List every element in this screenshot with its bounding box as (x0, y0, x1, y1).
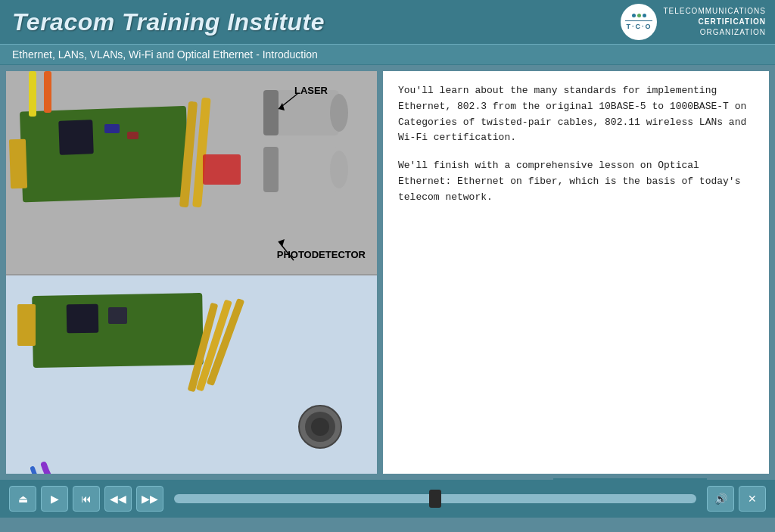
description-paragraph-2: We'll finish with a comprehensive lesson… (398, 158, 754, 205)
bottom-circuit-svg (6, 275, 377, 474)
svg-rect-6 (104, 124, 120, 133)
svg-rect-5 (58, 120, 94, 155)
svg-rect-2 (9, 139, 27, 189)
svg-rect-7 (127, 132, 139, 139)
svg-rect-11 (263, 90, 279, 135)
laser-label: LASER (294, 85, 328, 96)
org-line1: TELECOMMUNICATIONS (663, 6, 766, 17)
svg-rect-16 (203, 154, 241, 185)
prev-frame-button[interactable]: ◀◀ (104, 486, 132, 512)
svg-rect-23 (32, 293, 204, 368)
description-paragraph-1: You'll learn about the many standards fo… (398, 83, 754, 146)
logo-dots (632, 14, 646, 17)
image-arrows (6, 71, 377, 274)
svg-rect-3 (29, 71, 36, 117)
volume-button[interactable]: 🔊 (707, 486, 734, 512)
prev-chapter-button[interactable]: ⏮ (73, 486, 100, 512)
tco-name: T·C·O (626, 23, 652, 30)
prev-frame-icon: ◀◀ (110, 493, 126, 505)
dot-2 (637, 14, 641, 17)
svg-point-12 (330, 94, 348, 132)
photodetector-label: PHOTODETECTOR (277, 249, 366, 260)
svg-rect-14 (263, 147, 279, 192)
exit-button[interactable]: ⏏ (9, 486, 36, 512)
svg-point-32 (311, 418, 329, 436)
svg-rect-1 (20, 106, 189, 203)
next-frame-button[interactable]: ▶▶ (136, 486, 163, 512)
svg-rect-4 (44, 71, 51, 113)
logo-line (625, 20, 652, 21)
play-button[interactable]: ▶ (41, 486, 68, 512)
logo-area: T·C·O TELECOMMUNICATIONS CERTIFICATION O… (621, 4, 766, 40)
svg-rect-26 (108, 307, 127, 324)
subtitle-text: Ethernet, LANs, VLANs, Wi-Fi and Optical… (12, 48, 318, 61)
svg-rect-24 (17, 304, 36, 346)
app-title: Teracom Training Institute (12, 8, 325, 36)
exit-icon: ⏏ (18, 493, 28, 505)
dot-1 (632, 14, 636, 17)
subtitle-bar: Ethernet, LANs, VLANs, Wi-Fi and Optical… (0, 44, 775, 65)
main-content: LASER PHOTODETECTOR (0, 65, 775, 480)
play-icon: ▶ (51, 493, 59, 505)
progress-thumb[interactable] (429, 490, 441, 508)
org-line3: ORGANIZATION (663, 27, 766, 38)
left-panel: LASER PHOTODETECTOR (6, 71, 377, 474)
svg-rect-25 (67, 304, 99, 334)
image-bottom (6, 275, 377, 474)
close-icon: ✕ (748, 493, 757, 505)
header: Teracom Training Institute T·C·O TELECOM… (0, 0, 775, 44)
close-button[interactable]: ✕ (739, 486, 766, 512)
org-line2: CERTIFICATION (663, 17, 766, 27)
org-text: TELECOMMUNICATIONS CERTIFICATION ORGANIZ… (663, 6, 766, 38)
image-top: LASER PHOTODETECTOR (6, 71, 377, 275)
bottom-bar: ⏏ ▶ ⏮ ◀◀ ▶▶ 🔊 ✕ (0, 480, 775, 518)
prev-chapter-icon: ⏮ (81, 493, 92, 505)
volume-icon: 🔊 (714, 493, 727, 505)
progress-bar[interactable] (174, 494, 696, 503)
svg-point-15 (330, 151, 348, 188)
right-panel: You'll learn about the many standards fo… (383, 71, 769, 474)
dot-3 (643, 14, 646, 17)
next-frame-icon: ▶▶ (142, 493, 158, 505)
tco-logo: T·C·O (621, 4, 657, 40)
